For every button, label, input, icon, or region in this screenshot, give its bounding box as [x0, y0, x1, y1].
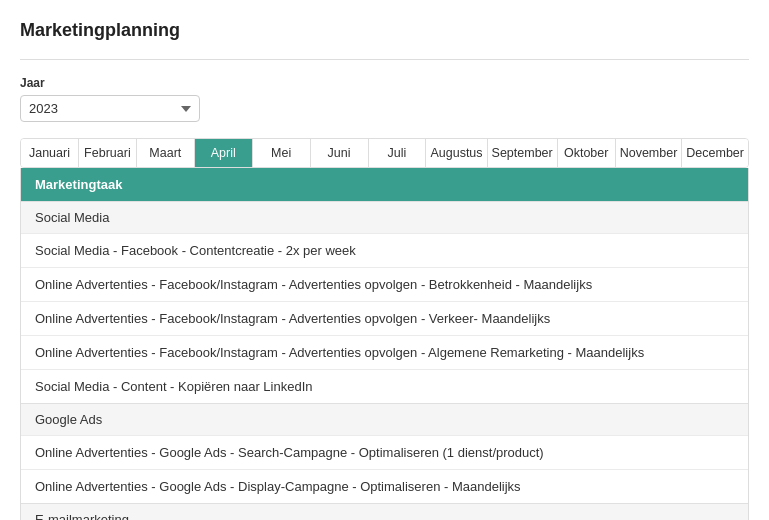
page-title: Marketingplanning: [20, 20, 749, 41]
month-btn-juli[interactable]: Juli: [369, 139, 427, 167]
year-label: Jaar: [20, 76, 749, 90]
month-btn-augustus[interactable]: Augustus: [426, 139, 487, 167]
section-header: E-mailmarketing: [21, 503, 748, 520]
month-btn-december[interactable]: December: [682, 139, 748, 167]
months-nav: JanuariFebruariMaartAprilMeiJuniJuliAugu…: [20, 138, 749, 168]
year-select[interactable]: 20212022202320242025: [20, 95, 200, 122]
table-row: Online Advertenties - Facebook/Instagram…: [21, 267, 748, 301]
month-btn-november[interactable]: November: [616, 139, 683, 167]
month-btn-oktober[interactable]: Oktober: [558, 139, 616, 167]
table-container: Marketingtaak Social MediaSocial Media -…: [20, 168, 749, 520]
month-btn-maart[interactable]: Maart: [137, 139, 195, 167]
section-header: Google Ads: [21, 403, 748, 435]
month-btn-januari[interactable]: Januari: [21, 139, 79, 167]
section-header: Social Media: [21, 201, 748, 233]
table-row: Social Media - Content - Kopiëren naar L…: [21, 369, 748, 403]
table-row: Online Advertenties - Google Ads - Displ…: [21, 469, 748, 503]
month-btn-april[interactable]: April: [195, 139, 253, 167]
page-container: Marketingplanning Jaar 20212022202320242…: [0, 0, 769, 520]
month-btn-mei[interactable]: Mei: [253, 139, 311, 167]
table-row: Online Advertenties - Facebook/Instagram…: [21, 335, 748, 369]
month-btn-februari[interactable]: Februari: [79, 139, 137, 167]
table-header: Marketingtaak: [21, 168, 748, 201]
divider: [20, 59, 749, 60]
table-row: Online Advertenties - Facebook/Instagram…: [21, 301, 748, 335]
table-row: Online Advertenties - Google Ads - Searc…: [21, 435, 748, 469]
table-row: Social Media - Facebook - Contentcreatie…: [21, 233, 748, 267]
month-btn-juni[interactable]: Juni: [311, 139, 369, 167]
month-btn-september[interactable]: September: [488, 139, 558, 167]
